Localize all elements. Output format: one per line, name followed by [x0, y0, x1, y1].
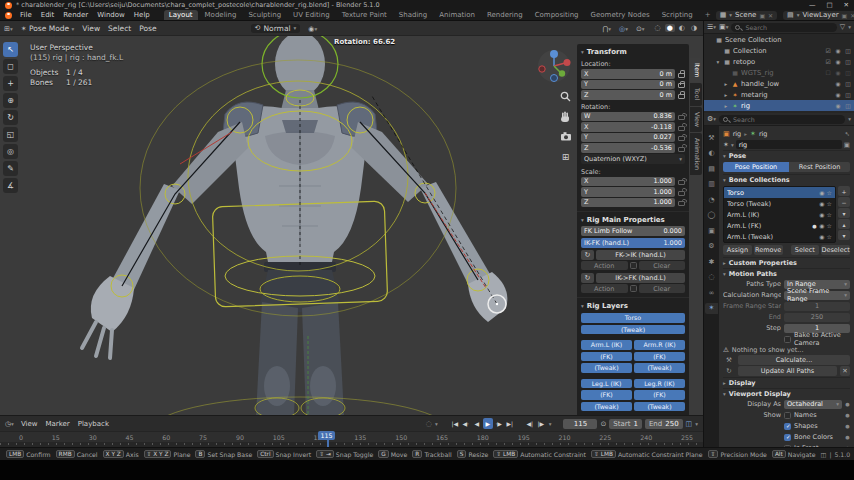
bone-collection-row[interactable]: Arm.L (IK) ◉ ☆: [724, 209, 835, 220]
editor-type-button[interactable]: ⊞▾: [4, 24, 13, 33]
deselect-button[interactable]: Deselect: [821, 245, 850, 255]
frame-start-field[interactable]: Start1: [609, 419, 642, 429]
bone-collection-row[interactable]: Torso (Tweak) ◉ ☆: [724, 198, 835, 209]
fake-user-icon[interactable]: ▣: [844, 141, 850, 149]
bone-collection-row[interactable]: Arm.L (Tweak) ◉ ☆: [724, 231, 835, 242]
eye-icon[interactable]: ◉: [834, 59, 842, 65]
particles-tab[interactable]: ✱: [705, 256, 718, 267]
tool-tab[interactable]: ⚒: [705, 132, 718, 143]
scale-field[interactable]: Y1.000: [581, 187, 675, 197]
rig-layer-button[interactable]: (Tweak): [634, 402, 685, 412]
cursor-tool[interactable]: +: [3, 76, 18, 91]
bone-collection-row[interactable]: Arm.L (FK) ● ◉ ☆: [724, 220, 835, 231]
solo-star-icon[interactable]: ☆: [827, 211, 832, 218]
pose-position-button[interactable]: Pose Position: [723, 162, 789, 172]
camera-visibility-icon[interactable]: ◫: [844, 103, 852, 109]
in-front-checkbox[interactable]: [784, 445, 791, 448]
object-data-tab[interactable]: ✶: [705, 303, 718, 314]
play-reverse-button[interactable]: ◀: [472, 418, 482, 429]
snap-ik-icon[interactable]: ↻: [581, 273, 594, 283]
solo-star-icon[interactable]: ☆: [827, 222, 832, 229]
pan-hand-icon[interactable]: [559, 110, 572, 123]
current-frame-field[interactable]: 115: [563, 419, 597, 429]
lock-icon[interactable]: [678, 136, 685, 141]
pin-icon[interactable]: ➴: [845, 130, 850, 138]
rig-layer-button[interactable]: (Tweak): [581, 325, 685, 335]
move-down-button[interactable]: ▾: [838, 230, 850, 240]
menu-item[interactable]: Edit: [41, 11, 55, 19]
eye-icon[interactable]: ◉: [834, 70, 842, 76]
rotation-mode-dropdown[interactable]: Quaternion (WXYZ)▾: [581, 154, 685, 164]
outliner-search-input[interactable]: [731, 23, 836, 32]
n-panel-tab[interactable]: Tool: [690, 83, 702, 105]
jump-start-button[interactable]: |◀: [450, 418, 460, 429]
play-button[interactable]: ▶: [483, 418, 493, 429]
lock-icon[interactable]: [678, 191, 685, 196]
eye-icon[interactable]: ◉: [819, 233, 824, 240]
collection-specials-button[interactable]: ▾: [838, 208, 850, 218]
step-back-button[interactable]: ◀|: [525, 418, 535, 429]
playhead[interactable]: 115: [322, 431, 335, 447]
world-tab[interactable]: ◯: [705, 210, 718, 221]
breadcrumb-data[interactable]: rig: [759, 130, 768, 138]
solo-star-icon[interactable]: ☆: [827, 189, 832, 196]
outliner-display-mode[interactable]: ▣▾: [719, 23, 728, 31]
bone-collections-header[interactable]: ▾Bone Collections: [723, 174, 850, 185]
filter-icon[interactable]: ▽: [840, 23, 845, 31]
workspace-tab[interactable]: Sculpting: [243, 10, 286, 20]
expand-icon[interactable]: ▸: [723, 81, 729, 87]
bone-colors-checkbox[interactable]: [784, 434, 791, 441]
update-all-paths-button[interactable]: Update All Paths: [738, 366, 837, 376]
lock-icon[interactable]: [678, 115, 685, 120]
viewlayer-selector[interactable]: ▤▾ ViewLayer ▣✕: [783, 11, 854, 20]
workspace-tab[interactable]: Layout: [164, 10, 198, 20]
breadcrumb-object[interactable]: rig: [733, 130, 742, 138]
rotation-field[interactable]: X-0.118: [581, 122, 675, 132]
workspace-tab[interactable]: Compositing: [530, 10, 584, 20]
eye-icon[interactable]: ◉: [834, 81, 842, 87]
workspace-tab[interactable]: +: [700, 10, 716, 20]
location-field[interactable]: X0 m: [581, 69, 675, 79]
blender-logo[interactable]: [5, 12, 12, 19]
outliner-row[interactable]: ▸ ✶ rig ◉ ◫: [704, 100, 854, 111]
scene-new-icon[interactable]: ▣: [759, 12, 765, 19]
add-collection-button[interactable]: +: [838, 186, 850, 196]
remove-button[interactable]: Remove: [754, 245, 783, 255]
location-field[interactable]: Y0 m: [581, 80, 675, 90]
eye-icon[interactable]: ◉: [834, 48, 842, 54]
outliner-row[interactable]: ▦ WGTS_rig ☐ ◉ ◫: [704, 67, 854, 78]
rotate-tool[interactable]: ↻: [3, 110, 18, 125]
camera-view-icon[interactable]: [559, 130, 572, 143]
minimize-button[interactable]: —: [809, 1, 816, 9]
rig-layer-button[interactable]: (Tweak): [581, 363, 632, 373]
outliner-row[interactable]: ▸ ▲ handle_low ◉ ◫: [704, 78, 854, 89]
collection-checkbox-icon[interactable]: ☑: [824, 48, 832, 54]
scene-selector[interactable]: ▦▾ Scene ▣✕: [716, 11, 777, 20]
frame-end-field[interactable]: End250: [645, 419, 683, 429]
workspace-tab[interactable]: Animation: [434, 10, 480, 20]
select-box-tool[interactable]: ◻: [3, 59, 18, 74]
workspace-tab[interactable]: Modeling: [200, 10, 242, 20]
wireframe-shading[interactable]: ◌: [653, 24, 663, 32]
scale-tool[interactable]: ◱: [3, 127, 18, 142]
keyframe-track[interactable]: [0, 442, 703, 447]
pivot-dropdown[interactable]: ◉▾: [308, 24, 317, 33]
rig-layer-button[interactable]: Leg.L (IK): [581, 379, 632, 389]
measure-tool[interactable]: ∡: [3, 178, 18, 193]
collection-checkbox-icon[interactable]: ☑: [824, 59, 832, 65]
remove-collection-button[interactable]: −: [838, 197, 850, 207]
move-tool[interactable]: ⊕: [3, 93, 18, 108]
solid-shading[interactable]: ●: [665, 24, 675, 32]
camera-visibility-icon[interactable]: ◫: [844, 81, 852, 87]
eye-icon[interactable]: ◉: [819, 200, 824, 207]
perspective-toggle-icon[interactable]: ⊞: [559, 150, 572, 163]
rotation-field[interactable]: Y0.027: [581, 133, 675, 143]
rig-layer-button[interactable]: Leg.R (IK): [634, 379, 685, 389]
lock-icon[interactable]: [678, 83, 685, 88]
calculation-range-dropdown[interactable]: Scene Frame Range▾: [784, 291, 850, 300]
workspace-tab[interactable]: Shading: [394, 10, 432, 20]
action-checkbox[interactable]: [630, 262, 637, 269]
collection-checkbox-icon[interactable]: ☐: [824, 70, 832, 76]
display-panel-header[interactable]: ▸Display: [723, 377, 850, 388]
timeline-ruler[interactable]: 0153045607590105120135150165180195210225…: [0, 431, 703, 442]
